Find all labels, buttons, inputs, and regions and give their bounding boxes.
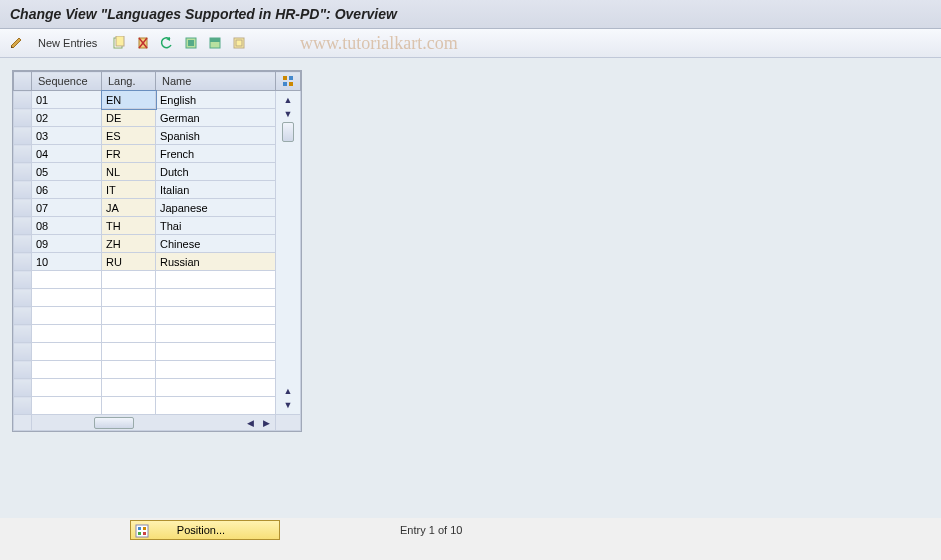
col-selector[interactable]	[14, 72, 32, 91]
col-name[interactable]: Name	[156, 72, 276, 91]
cell-name[interactable]: Spanish	[156, 127, 276, 145]
cell-lang[interactable]	[102, 325, 156, 343]
cell-lang[interactable]	[102, 271, 156, 289]
row-selector[interactable]	[14, 217, 32, 235]
scroll-up-icon[interactable]: ▲	[281, 93, 295, 107]
cell-sequence[interactable]: 06	[32, 181, 102, 199]
position-button[interactable]: Position...	[130, 520, 280, 540]
cell-lang[interactable]: JA	[102, 199, 156, 217]
cell-name[interactable]: French	[156, 145, 276, 163]
hscroll-thumb[interactable]	[94, 417, 134, 429]
row-selector[interactable]	[14, 199, 32, 217]
row-selector[interactable]	[14, 325, 32, 343]
undo-icon[interactable]	[157, 33, 177, 53]
col-lang[interactable]: Lang.	[102, 72, 156, 91]
cell-sequence[interactable]: 10	[32, 253, 102, 271]
row-selector[interactable]	[14, 289, 32, 307]
position-label: Position...	[177, 524, 225, 536]
cell-sequence[interactable]	[32, 325, 102, 343]
cell-lang[interactable]: RU	[102, 253, 156, 271]
cell-name[interactable]: German	[156, 109, 276, 127]
cell-sequence[interactable]: 07	[32, 199, 102, 217]
row-selector[interactable]	[14, 307, 32, 325]
toolbar: New Entries www.tutorialkart.com	[0, 29, 941, 58]
cell-name[interactable]: Dutch	[156, 163, 276, 181]
toggle-edit-icon[interactable]	[6, 33, 26, 53]
row-selector[interactable]	[14, 343, 32, 361]
cell-name[interactable]: Italian	[156, 181, 276, 199]
row-selector[interactable]	[14, 109, 32, 127]
cell-name[interactable]: Chinese	[156, 235, 276, 253]
row-selector[interactable]	[14, 91, 32, 109]
cell-lang[interactable]: EN	[102, 91, 156, 109]
scroll-right-icon[interactable]: ▶	[259, 416, 273, 430]
cell-sequence[interactable]: 05	[32, 163, 102, 181]
cell-lang[interactable]	[102, 361, 156, 379]
delete-icon[interactable]	[133, 33, 153, 53]
cell-name[interactable]: Japanese	[156, 199, 276, 217]
cell-sequence[interactable]: 08	[32, 217, 102, 235]
cell-lang[interactable]: ZH	[102, 235, 156, 253]
row-selector[interactable]	[14, 163, 32, 181]
cell-lang[interactable]	[102, 397, 156, 415]
row-selector[interactable]	[14, 145, 32, 163]
row-selector[interactable]	[14, 127, 32, 145]
scroll-left-icon[interactable]: ◀	[243, 416, 257, 430]
cell-name[interactable]	[156, 397, 276, 415]
cell-sequence[interactable]	[32, 361, 102, 379]
cell-sequence[interactable]	[32, 271, 102, 289]
col-sequence[interactable]: Sequence	[32, 72, 102, 91]
cell-sequence[interactable]: 09	[32, 235, 102, 253]
scroll-up2-icon[interactable]: ▲	[281, 384, 295, 398]
cell-name[interactable]	[156, 325, 276, 343]
row-selector[interactable]	[14, 181, 32, 199]
cell-name[interactable]	[156, 307, 276, 325]
select-all-icon[interactable]	[181, 33, 201, 53]
cell-name[interactable]	[156, 361, 276, 379]
cell-lang[interactable]	[102, 289, 156, 307]
scroll-down-icon[interactable]: ▼	[281, 107, 295, 121]
cell-lang[interactable]: NL	[102, 163, 156, 181]
row-selector[interactable]	[14, 361, 32, 379]
cell-lang[interactable]: FR	[102, 145, 156, 163]
row-selector[interactable]	[14, 253, 32, 271]
table-settings-icon[interactable]	[276, 72, 301, 91]
cell-sequence[interactable]	[32, 343, 102, 361]
scroll-thumb[interactable]	[282, 122, 294, 142]
cell-sequence[interactable]	[32, 379, 102, 397]
select-block-icon[interactable]	[205, 33, 225, 53]
cell-name[interactable]	[156, 289, 276, 307]
cell-lang[interactable]	[102, 379, 156, 397]
cell-sequence[interactable]: 01	[32, 91, 102, 109]
cell-lang[interactable]: TH	[102, 217, 156, 235]
svg-rect-17	[143, 527, 146, 530]
scroll-down2-icon[interactable]: ▼	[281, 398, 295, 412]
row-selector[interactable]	[14, 271, 32, 289]
page-title: Change View "Languages Supported in HR-P…	[0, 0, 941, 29]
copy-icon[interactable]	[109, 33, 129, 53]
cell-name[interactable]	[156, 271, 276, 289]
cell-lang[interactable]: ES	[102, 127, 156, 145]
cell-lang[interactable]: IT	[102, 181, 156, 199]
cell-name[interactable]: English	[156, 91, 276, 109]
cell-name[interactable]: Russian	[156, 253, 276, 271]
cell-lang[interactable]: DE	[102, 109, 156, 127]
row-selector[interactable]	[14, 235, 32, 253]
row-selector[interactable]	[14, 379, 32, 397]
cell-sequence[interactable]: 04	[32, 145, 102, 163]
cell-lang[interactable]	[102, 307, 156, 325]
cell-name[interactable]	[156, 379, 276, 397]
deselect-all-icon[interactable]	[229, 33, 249, 53]
cell-sequence[interactable]	[32, 289, 102, 307]
horizontal-scrollbar[interactable]: ◀▶	[32, 415, 276, 431]
cell-sequence[interactable]	[32, 307, 102, 325]
new-entries-button[interactable]: New Entries	[30, 35, 105, 51]
cell-sequence[interactable]	[32, 397, 102, 415]
cell-lang[interactable]	[102, 343, 156, 361]
cell-name[interactable]: Thai	[156, 217, 276, 235]
cell-sequence[interactable]: 02	[32, 109, 102, 127]
cell-sequence[interactable]: 03	[32, 127, 102, 145]
cell-name[interactable]	[156, 343, 276, 361]
vertical-scrollbar[interactable]: ▲▼▲▼	[276, 91, 301, 415]
row-selector[interactable]	[14, 397, 32, 415]
